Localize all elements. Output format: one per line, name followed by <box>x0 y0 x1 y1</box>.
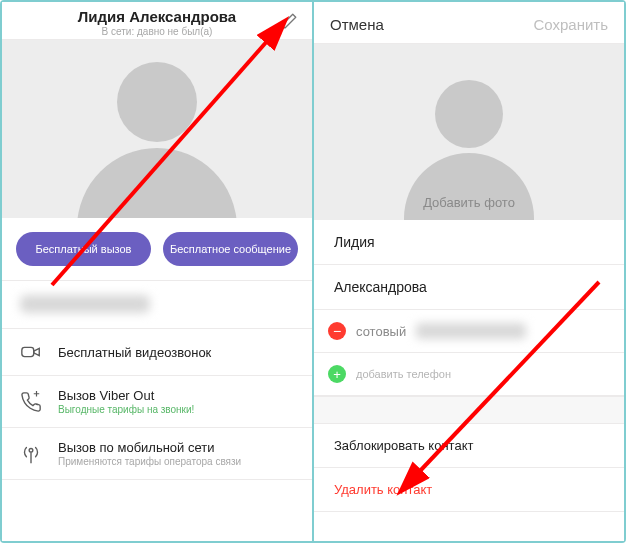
mobile-call-sublabel: Применяются тарифы оператора связи <box>58 456 241 467</box>
free-message-button[interactable]: Бесплатное сообщение <box>163 232 298 266</box>
edit-avatar-block[interactable]: Добавить фото <box>314 44 624 220</box>
avatar-placeholder-icon <box>77 62 237 218</box>
edit-topbar: Отмена Сохранить <box>314 2 624 44</box>
add-phone-icon[interactable]: + <box>328 365 346 383</box>
cancel-button[interactable]: Отмена <box>330 16 384 33</box>
phone-out-icon <box>18 391 44 413</box>
last-name-field[interactable]: Александрова <box>314 265 624 310</box>
mobile-call-label: Вызов по мобильной сети <box>58 440 241 455</box>
save-button[interactable]: Сохранить <box>533 16 608 33</box>
free-call-button[interactable]: Бесплатный вызов <box>16 232 151 266</box>
viber-out-row[interactable]: Вызов Viber Out Выгодные тарифы на звонк… <box>2 376 312 428</box>
phone-type-label: сотовый <box>356 324 406 339</box>
block-contact-button[interactable]: Заблокировать контакт <box>314 424 624 468</box>
phone-row[interactable]: − сотовый <box>314 310 624 353</box>
phone-number-row[interactable] <box>2 281 312 329</box>
redacted-phone <box>416 323 526 339</box>
add-phone-row[interactable]: + добавить телефон <box>314 353 624 396</box>
action-buttons: Бесплатный вызов Бесплатное сообщение <box>2 218 312 281</box>
redacted-number <box>20 295 150 313</box>
svg-rect-0 <box>22 347 34 356</box>
remove-phone-icon[interactable]: − <box>328 322 346 340</box>
pencil-icon <box>280 12 298 34</box>
video-call-row[interactable]: Бесплатный видеозвонок <box>2 329 312 376</box>
viber-out-sublabel: Выгодные тарифы на звонки! <box>58 404 194 415</box>
video-camera-icon <box>18 341 44 363</box>
contact-status: В сети: давно не был(а) <box>2 26 312 37</box>
edit-button[interactable] <box>278 12 300 34</box>
antenna-icon <box>18 443 44 465</box>
section-gap <box>314 396 624 424</box>
viber-out-label: Вызов Viber Out <box>58 388 194 403</box>
first-name-field[interactable]: Лидия <box>314 220 624 265</box>
contact-view-pane: Лидия Александрова В сети: давно не был(… <box>2 2 314 541</box>
contact-edit-pane: Отмена Сохранить Добавить фото Лидия Але… <box>314 2 624 541</box>
contact-header: Лидия Александрова В сети: давно не был(… <box>2 2 312 40</box>
add-phone-label: добавить телефон <box>356 368 451 380</box>
add-photo-label: Добавить фото <box>423 195 515 210</box>
delete-contact-button[interactable]: Удалить контакт <box>314 468 624 512</box>
video-call-label: Бесплатный видеозвонок <box>58 345 211 360</box>
mobile-call-row[interactable]: Вызов по мобильной сети Применяются тари… <box>2 428 312 480</box>
contact-name: Лидия Александрова <box>2 8 312 25</box>
svg-point-1 <box>29 448 33 452</box>
contact-avatar <box>2 40 312 218</box>
